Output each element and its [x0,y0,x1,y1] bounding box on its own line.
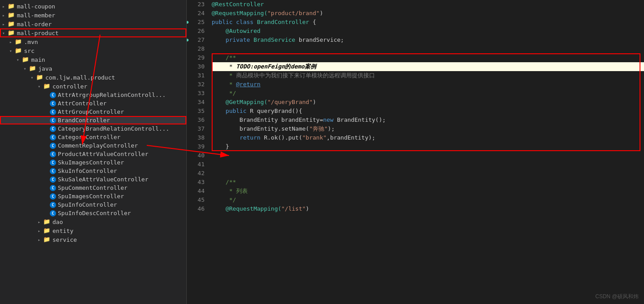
tree-item-mall-coupon[interactable]: ▸📁mall-coupon [0,2,186,11]
java-icon-CommentReplayController: C [50,143,56,149]
tree-item-AttrAtrgroupRelationController[interactable]: CAttrAtrgroupRelationControll... [0,91,186,99]
folder-icon-service: 📁 [43,236,51,243]
tree-label-SkuSaleAttrValueController: SkuSaleAttrValueController [58,176,149,183]
code-line-46: @RequestMapping("/list") [212,204,644,213]
tree-label-main: main [31,56,45,63]
tree-label-service: service [52,236,77,243]
tree-item-com-ljw-mall-product[interactable]: ▾📁com.ljw.mall.product [0,73,186,82]
tree-item-AttrGroupController[interactable]: CAttrGroupController [0,108,186,116]
tree-label-CategoryController: CategoryController [58,134,121,140]
java-icon-ProductAttrValueController: C [50,151,56,157]
java-icon-SpuCommentController: C [50,185,56,191]
tree-item-SkuImagesController[interactable]: CSkuImagesController [0,158,186,167]
tree-item-ProductAttrValueController[interactable]: CProductAttrValueController [0,150,186,158]
line-number-25: 25● [187,18,205,27]
code-line-45: */ [212,196,644,204]
java-icon-SkuSaleAttrValueController: C [50,176,56,183]
folder-icon-src: 📁 [14,47,22,54]
tree-item-main[interactable]: ▾📁main [0,55,186,64]
line-number-30: 30 [187,62,205,71]
tree-label-SpuImagesController: SpuImagesController [58,193,124,200]
tree-item-service[interactable]: ▸📁service [0,235,186,244]
tree-item-dao[interactable]: ▸📁dao [0,217,186,226]
tree-item-mall-member[interactable]: ▸📁mall-member [0,11,186,20]
code-line-28 [212,44,644,53]
tree-label-controller: controller [52,83,87,90]
tree-label-CategoryBrandRelationControll: CategoryBrandRelationControll... [58,125,169,132]
line-number-43: 43 [187,178,205,187]
tree-item-SpuInfoController[interactable]: CSpuInfoController [0,200,186,209]
java-icon-AttrGroupController: C [50,109,56,115]
tree-item-CategoryBrandRelationControll[interactable]: CCategoryBrandRelationControll... [0,124,186,133]
java-icon-CategoryController: C [50,134,56,140]
code-line-24: @RequestMapping("product/brand") [212,9,644,18]
tree-arrow-com-ljw-mall-product: ▾ [28,75,36,80]
tree-label-java: java [38,65,52,72]
tree-item-SkuSaleAttrValueController[interactable]: CSkuSaleAttrValueController [0,175,186,184]
code-line-26: @Autowired [212,27,644,36]
line-number-44: 44 [187,187,205,196]
tree-item-AttrController[interactable]: CAttrController [0,99,186,108]
tree-label-CommentReplayController: CommentReplayController [58,142,138,149]
folder-icon-mall-order: 📁 [7,20,15,28]
java-icon-SpuImagesController: C [50,193,56,200]
tree-label-AttrController: AttrController [58,100,107,107]
line-number-41: 41 [187,160,205,169]
tree-label-SpuInfoController: SpuInfoController [58,201,117,208]
java-icon-SkuImagesController: C [50,160,56,166]
tree-label-mall-coupon: mall-coupon [17,3,55,10]
tree-item-mall-product[interactable]: ▾📁mall-product [0,28,186,37]
tree-item-SpuInfoDescController[interactable]: CSpuInfoDescController [0,209,186,217]
tree-label-SpuCommentController: SpuCommentController [58,184,128,191]
line-number-29: 29 [187,53,205,62]
line-number-34: 34 [187,98,205,107]
line-number-28: 28 [187,44,205,53]
tree-item-CommentReplayController[interactable]: CCommentReplayController [0,141,186,150]
tree-label-SpuInfoDescController: SpuInfoDescController [58,210,131,216]
folder-icon-java: 📁 [28,65,36,72]
tree-label-AttrAtrgroupRelationController: AttrAtrgroupRelationControll... [58,92,166,98]
tree-item-BrandController[interactable]: CBrandController [0,116,186,124]
code-line-31: * 商品模块中为我们接下来订单模块的远程调用提供接口 [212,71,644,80]
line-number-35: 35 [187,107,205,116]
gutter-person-icon: ● [187,36,189,44]
tree-arrow-mall-member: ▸ [0,13,7,18]
tree-arrow-mall-coupon: ▸ [0,4,7,9]
code-editor: 232425●2627●2829303132333435363738394041… [187,0,644,304]
tree-item-controller[interactable]: ▾📁controller [0,82,186,91]
tree-arrow-mvn: ▸ [7,40,14,44]
tree-item-src[interactable]: ▾📁src [0,46,186,55]
line-number-32: 32 [187,80,205,89]
tree-item-java[interactable]: ▾📁java [0,64,186,73]
tree-item-SpuCommentController[interactable]: CSpuCommentController [0,184,186,192]
tree-arrow-src: ▾ [7,48,14,53]
tree-label-mall-member: mall-member [17,12,55,19]
tree-item-mall-order[interactable]: ▸📁mall-order [0,20,186,28]
tree-item-CategoryController[interactable]: CCategoryController [0,133,186,141]
code-line-23: @RestController [212,0,644,9]
tree-item-SpuImagesController[interactable]: CSpuImagesController [0,192,186,200]
java-icon-SkuInfoController: C [50,168,56,174]
code-line-37: brandEntity.setName("奔驰"); [212,124,644,133]
tree-item-mvn[interactable]: ▸📁.mvn [0,37,186,46]
file-tree[interactable]: ▸📁mall-coupon▸📁mall-member▸📁mall-order▾📁… [0,0,187,304]
tree-label-ProductAttrValueController: ProductAttrValueController [58,151,149,157]
line-number-24: 24 [187,9,205,18]
folder-icon-mall-product: 📁 [7,29,15,36]
tree-arrow-service: ▸ [36,237,43,242]
code-line-36: BrandEntity brandEntity=new BrandEntity(… [212,116,644,124]
java-icon-AttrController: C [50,100,56,107]
code-line-25: public class BrandController { [212,18,644,27]
line-number-36: 36 [187,116,205,124]
tree-label-entity: entity [52,228,73,234]
line-numbers: 232425●2627●2829303132333435363738394041… [187,0,208,304]
tree-item-SkuInfoController[interactable]: CSkuInfoController [0,167,186,175]
code-line-44: * 列表 [212,187,644,196]
code-line-27: private BrandService brandService; [212,36,644,44]
java-icon-AttrAtrgroupRelationController: C [50,92,56,98]
folder-icon-mall-member: 📁 [7,12,15,19]
folder-icon-mall-coupon: 📁 [7,3,15,10]
tree-label-mall-product: mall-product [17,30,59,36]
line-number-46: 46 [187,204,205,213]
tree-item-entity[interactable]: ▸📁entity [0,226,186,235]
